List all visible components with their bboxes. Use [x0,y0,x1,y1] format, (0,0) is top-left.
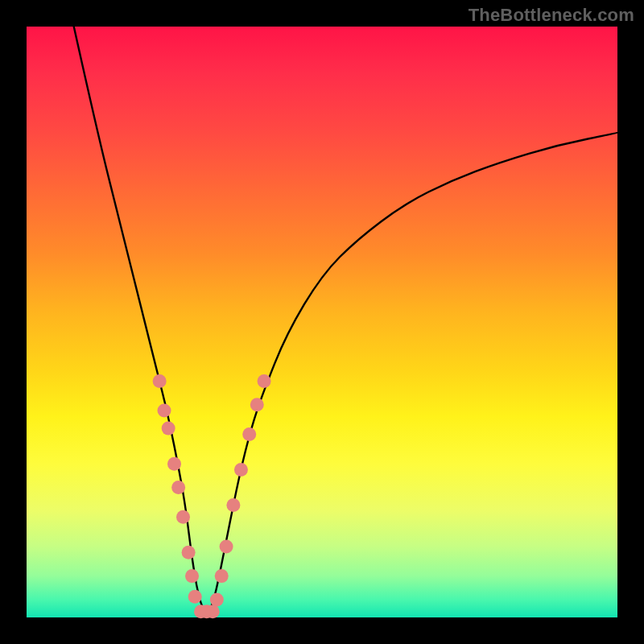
marker-dot [158,404,171,418]
marker-dot [250,398,264,411]
marker-dot [153,374,167,388]
marker-dot [162,422,175,436]
chart-frame: TheBottleneck.com [0,0,644,644]
marker-dot [167,457,181,471]
marker-dot [206,605,220,618]
bottleneck-curve [74,27,617,612]
marker-dot [176,510,190,524]
marker-dot [171,481,185,494]
marker-dot [215,569,229,583]
watermark-text: TheBottleneck.com [469,5,634,26]
marker-dot [220,539,233,553]
chart-svg [27,27,617,617]
highlight-dots [153,374,271,618]
marker-dot [185,569,199,583]
plot-area [27,27,617,617]
marker-dot [226,498,240,512]
marker-dot [234,463,248,477]
marker-dot [210,592,224,606]
marker-dot [242,427,256,441]
marker-dot [258,374,271,388]
marker-dot [188,590,202,604]
marker-dot [182,546,196,559]
